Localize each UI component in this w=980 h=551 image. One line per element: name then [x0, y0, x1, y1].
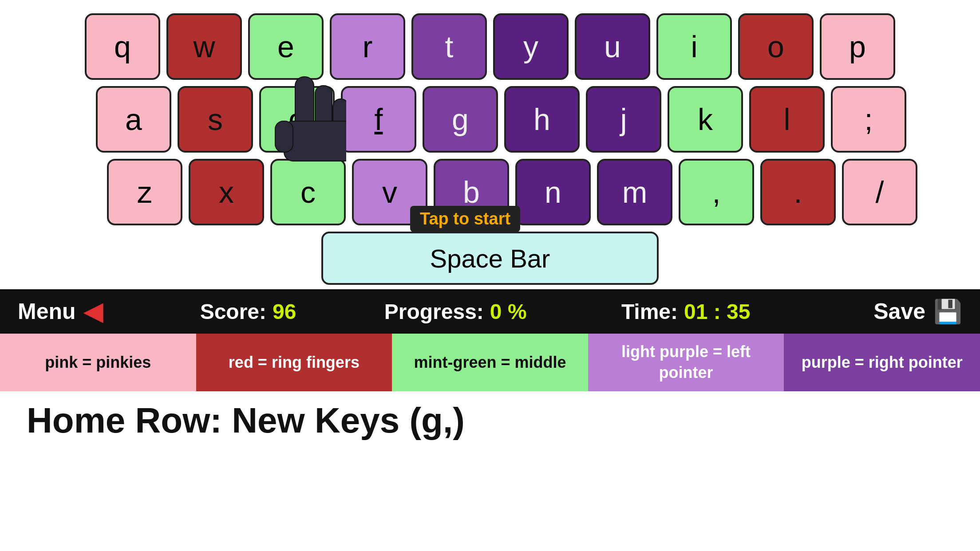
key-u[interactable]: u: [575, 13, 650, 80]
key-x[interactable]: x: [189, 159, 264, 225]
save-section: Save 💾: [801, 298, 962, 325]
key-l[interactable]: l: [749, 86, 825, 153]
key-comma[interactable]: ,: [679, 159, 754, 225]
key-semicolon[interactable]: ;: [831, 86, 906, 153]
key-row-2: a s d f g h j k l ;: [18, 86, 962, 153]
save-icon[interactable]: 💾: [933, 298, 962, 325]
score-value: 96: [273, 299, 296, 324]
menu-section: Menu ◀: [18, 298, 156, 326]
key-m[interactable]: m: [597, 159, 672, 225]
keyboard-area: q w e r t y u i o p a s d f g h j k l ; …: [0, 0, 980, 289]
score-label: Score:: [200, 299, 266, 324]
time-label: Time:: [621, 299, 678, 324]
save-label[interactable]: Save: [873, 299, 925, 324]
spacebar[interactable]: Space Bar: [321, 232, 659, 285]
legend-purple: purple = right pointer: [784, 334, 980, 391]
legend-pink: pink = pinkies: [0, 334, 196, 391]
bottom-title: Home Row: New Keys (g,): [0, 391, 980, 441]
key-q[interactable]: q: [85, 13, 160, 80]
progress-value: 0 %: [490, 299, 527, 324]
key-n[interactable]: n: [515, 159, 591, 225]
status-bar: Menu ◀ Score: 96 Progress: 0 % Time: 01 …: [0, 289, 980, 334]
back-arrow-icon[interactable]: ◀: [84, 298, 103, 326]
key-w[interactable]: w: [166, 13, 242, 80]
key-y[interactable]: y: [493, 13, 569, 80]
time-value: 01 : 35: [684, 299, 750, 324]
progress-label: Progress:: [384, 299, 484, 324]
legend-bar: pink = pinkies red = ring fingers mint-g…: [0, 334, 980, 391]
key-i[interactable]: i: [656, 13, 732, 80]
key-slash[interactable]: /: [842, 159, 917, 225]
key-j[interactable]: j: [586, 86, 661, 153]
key-f[interactable]: f: [341, 86, 416, 153]
key-period[interactable]: .: [760, 159, 836, 225]
legend-lightpurple: light purple = left pointer: [588, 334, 784, 391]
legend-red: red = ring fingers: [196, 334, 392, 391]
key-r[interactable]: r: [330, 13, 405, 80]
score-section: Score: 96: [156, 299, 340, 324]
progress-section: Progress: 0 %: [340, 299, 571, 324]
menu-label[interactable]: Menu: [18, 299, 76, 324]
key-s[interactable]: s: [178, 86, 253, 153]
key-p[interactable]: p: [820, 13, 895, 80]
key-e[interactable]: e: [248, 13, 324, 80]
spacebar-row: Tap to start Space Bar: [18, 232, 962, 285]
legend-green: mint-green = middle: [392, 334, 588, 391]
key-row-1: q w e r t y u i o p: [18, 13, 962, 80]
time-section: Time: 01 : 35: [571, 299, 801, 324]
key-o[interactable]: o: [738, 13, 814, 80]
key-k[interactable]: k: [668, 86, 743, 153]
key-t[interactable]: t: [411, 13, 487, 80]
key-h[interactable]: h: [504, 86, 580, 153]
key-z[interactable]: z: [107, 159, 182, 225]
key-c[interactable]: c: [270, 159, 346, 225]
key-g[interactable]: g: [423, 86, 498, 153]
key-a[interactable]: a: [96, 86, 171, 153]
tap-to-start-tooltip: Tap to start: [410, 206, 520, 232]
key-d[interactable]: d: [259, 86, 335, 153]
